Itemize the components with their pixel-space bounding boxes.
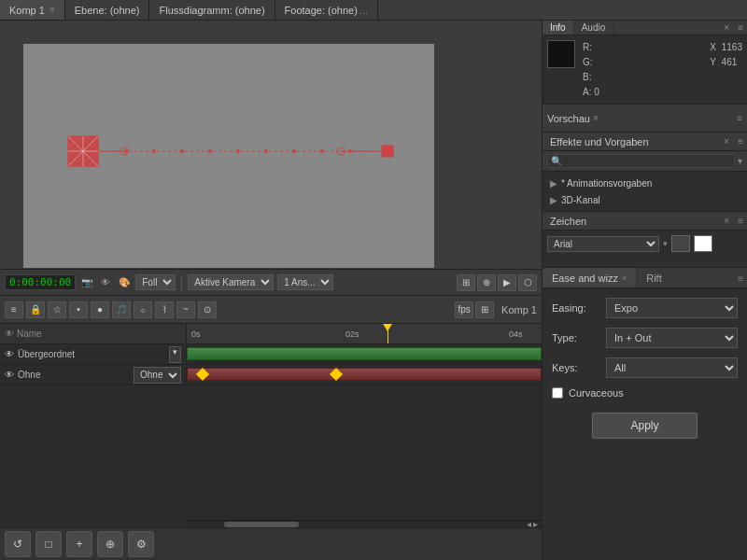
export-btn[interactable]: ⬡: [518, 274, 537, 291]
tab-ebene[interactable]: Ebene: (ohne): [65, 0, 150, 20]
ease-panel-tabs: Ease and wizz × Rift ≡: [543, 268, 747, 288]
tl-fps-btn[interactable]: fps: [455, 301, 473, 318]
x-value: 1163: [722, 42, 742, 52]
track-2-mode-select[interactable]: Ohne: [134, 367, 181, 384]
effekte-menu[interactable]: ≡: [734, 136, 747, 147]
type-select[interactable]: In + Out: [606, 328, 738, 348]
camera-select[interactable]: Aktive Kamera: [188, 274, 274, 290]
time-display[interactable]: 0:00:00:00: [5, 274, 76, 290]
color-swatch: [547, 40, 575, 68]
tab-komp1-close[interactable]: ×: [49, 5, 55, 15]
tl-expand-btn[interactable]: ⊞: [475, 301, 494, 318]
effekte-item-3d[interactable]: ▶ 3D-Kanal: [543, 191, 747, 208]
ease-panel: Ease and wizz × Rift ≡ Easing: Expo: [543, 268, 747, 560]
bottom-icon-5[interactable]: ⚙: [128, 531, 154, 557]
tl-eye-btn[interactable]: ●: [91, 301, 109, 318]
curvaceous-row: Curvaceous: [552, 387, 738, 399]
tl-solo-btn[interactable]: ☆: [48, 301, 66, 318]
track-2-eye[interactable]: 👁: [5, 370, 14, 380]
bottom-icon-2[interactable]: □: [35, 531, 62, 557]
bottom-icon-4[interactable]: ⊕: [97, 531, 123, 557]
separator-1: [181, 275, 182, 290]
info-panel-close[interactable]: ×: [719, 21, 734, 35]
viewer-area: 0:00:00:00 📷 👁 🎨 Foll Aktive Kamera 1 An…: [0, 21, 542, 296]
ease-tab-rift[interactable]: Rift: [637, 268, 671, 287]
keys-label: Keys:: [552, 362, 599, 373]
view-select[interactable]: 1 Ans...: [277, 274, 333, 290]
easing-row: Easing: Expo: [552, 298, 738, 318]
bottom-icon-3[interactable]: +: [66, 531, 92, 557]
comp-label: Komp 1: [497, 304, 537, 315]
viewer-canvas: [23, 44, 434, 268]
zeichen-close[interactable]: ×: [719, 216, 734, 226]
track-2-name: Ohne: [18, 370, 40, 380]
y-label: Y: [710, 57, 716, 67]
effekte-close[interactable]: ×: [719, 136, 734, 147]
track-1-name: Übergeordnet: [18, 349, 75, 359]
tl-graph-btn[interactable]: ⌇: [155, 301, 174, 318]
effekte-search-input[interactable]: [547, 154, 735, 168]
font-color-white-box[interactable]: [694, 235, 712, 252]
playhead[interactable]: [388, 324, 388, 343]
timeline-toolbar: ≡ 🔒 ☆ • ● 🎵 ⬦ ⌇ ~ ⊙ fps ⊞ Komp 1: [0, 296, 542, 324]
tl-key-btn[interactable]: ⬦: [134, 301, 152, 318]
grid-btn[interactable]: ⊞: [457, 274, 475, 291]
curvaceous-label: Curvaceous: [569, 387, 624, 399]
ease-tab-main[interactable]: Ease and wizz ×: [543, 268, 637, 287]
timeline-scrollbar-h[interactable]: ◂ ▸: [187, 520, 542, 527]
track-2-content: [187, 365, 542, 385]
scroll-thumb-h[interactable]: [224, 522, 299, 527]
tl-toggle-btn[interactable]: ≡: [5, 301, 23, 318]
render-btn[interactable]: ▶: [498, 274, 516, 291]
apply-button[interactable]: Apply: [592, 413, 697, 439]
timeline-area: ≡ 🔒 ☆ • ● 🎵 ⬦ ⌇ ~ ⊙ fps ⊞ Komp 1: [0, 296, 542, 560]
tl-ruler-marks: 0s 02s 04s: [187, 324, 542, 343]
ease-panel-menu[interactable]: ≡: [734, 273, 747, 284]
viewer-toolbar: 0:00:00:00 📷 👁 🎨 Foll Aktive Kamera 1 An…: [0, 269, 542, 295]
top-tab-bar: Komp 1 × Ebene: (ohne) Flussdiagramm: (o…: [0, 0, 747, 21]
effekte-search-bar: ▾: [543, 151, 747, 172]
effekte-header: Effekte und Vorgaben × ≡: [543, 133, 747, 151]
curvaceous-checkbox[interactable]: [552, 387, 563, 399]
vorschau-close[interactable]: ×: [593, 113, 599, 123]
info-tab[interactable]: Info: [543, 21, 574, 35]
tab-footage[interactable]: Footage: (ohne) ...: [275, 0, 378, 20]
tl-label-header: Name: [17, 329, 42, 339]
quality-select[interactable]: Foll: [135, 274, 176, 290]
animation-path-svg: [23, 44, 434, 268]
tl-motion-btn[interactable]: ~: [176, 301, 195, 318]
zeichen-content: Arial ▾: [543, 231, 747, 257]
effekte-search-arrow[interactable]: ▾: [738, 156, 742, 166]
tl-dot-btn[interactable]: •: [69, 301, 88, 318]
eye-icon: 👁: [98, 275, 113, 290]
tl-lock-btn[interactable]: 🔒: [26, 301, 45, 318]
zeichen-menu[interactable]: ≡: [734, 216, 747, 226]
easing-select[interactable]: Expo: [606, 298, 738, 318]
info-panel-menu[interactable]: ≡: [734, 21, 747, 35]
ease-content: Easing: Expo Type: In + Out Keys:: [543, 288, 747, 448]
info-panel: Info Audio × ≡ R: G:: [543, 21, 747, 105]
camera-icon: 📷: [79, 275, 94, 290]
audio-tab[interactable]: Audio: [574, 21, 614, 35]
zoom-btn[interactable]: ⊕: [477, 274, 496, 291]
bottom-icon-1[interactable]: ↺: [5, 531, 31, 557]
effekte-item-anim[interactable]: ▶ * Animationsvorgaben: [543, 175, 747, 191]
track-1-dropdown[interactable]: ▾: [169, 346, 181, 363]
right-panel: Info Audio × ≡ R: G:: [542, 21, 747, 560]
vorschau-menu[interactable]: ≡: [737, 113, 742, 123]
track-1-eye[interactable]: 👁: [5, 349, 14, 359]
track-2-label: 👁 Ohne Ohne: [0, 367, 187, 384]
tab-komp1[interactable]: Komp 1 ×: [0, 0, 65, 20]
left-panel: 0:00:00:00 📷 👁 🎨 Foll Aktive Kamera 1 An…: [0, 21, 542, 560]
zeichen-panel: Zeichen × ≡ Arial ▾: [543, 212, 747, 268]
motion-dot-2: [152, 149, 156, 153]
tab-fluss[interactable]: Flussdiagramm: (ohne): [149, 0, 275, 20]
tl-mic-btn[interactable]: 🎵: [112, 301, 131, 318]
type-row: Type: In + Out: [552, 328, 738, 348]
tl-onion-btn[interactable]: ⊙: [198, 301, 217, 318]
ease-tab-close[interactable]: ×: [622, 273, 627, 283]
font-color-box[interactable]: [671, 235, 690, 252]
app-bottom-bar: ↺ □ + ⊕ ⚙: [0, 527, 542, 560]
font-name-select[interactable]: Arial: [547, 236, 659, 252]
keys-select[interactable]: All: [606, 357, 738, 378]
